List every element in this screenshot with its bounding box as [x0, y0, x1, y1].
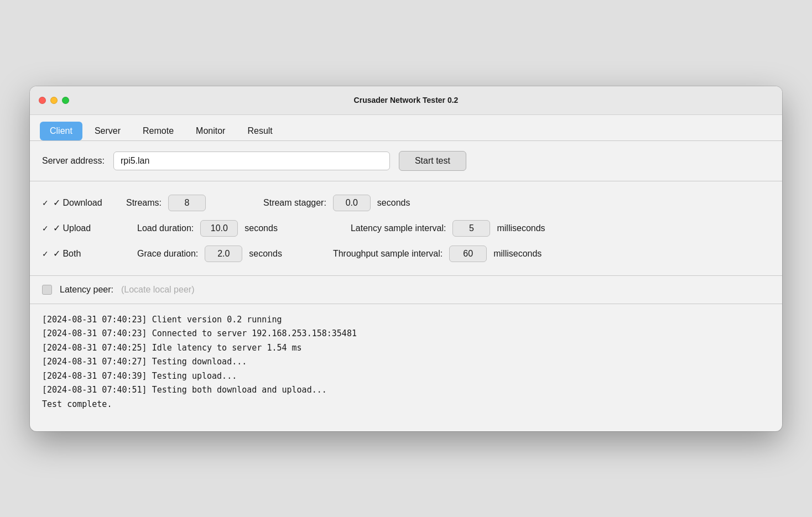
close-button[interactable]	[39, 97, 46, 104]
traffic-lights	[39, 97, 69, 104]
latency-peer-row: Latency peer: (Locate local peer)	[30, 276, 782, 304]
titlebar: Crusader Network Tester 0.2	[30, 86, 782, 115]
latency-interval-label: Latency sample interval:	[351, 223, 446, 233]
latency-peer-label: Latency peer:	[60, 285, 113, 295]
maximize-button[interactable]	[62, 97, 69, 104]
tab-bar: Client Server Remote Monitor Result	[30, 115, 782, 141]
both-checkmark: ✓	[42, 249, 49, 258]
download-label: ✓ Download	[53, 197, 102, 208]
start-test-button[interactable]: Start test	[399, 151, 466, 171]
log-line-3: [2024-08-31 07:40:27] Testing download..…	[42, 355, 770, 369]
tab-client[interactable]: Client	[40, 122, 82, 140]
settings-section: ✓ ✓ Download Streams: Stream stagger: se…	[30, 181, 782, 276]
window-title: Crusader Network Tester 0.2	[354, 96, 459, 105]
latency-interval-unit: milliseconds	[497, 223, 545, 233]
log-line-4: [2024-08-31 07:40:39] Testing upload...	[42, 369, 770, 384]
settings-row-1: ✓ ✓ Download Streams: Stream stagger: se…	[42, 190, 770, 216]
upload-checkmark: ✓	[42, 224, 49, 233]
server-address-label: Server address:	[42, 156, 105, 166]
server-address-input[interactable]	[113, 152, 390, 170]
settings-row-2: ✓ ✓ Upload Load duration: seconds Latenc…	[42, 216, 770, 241]
log-line-5: [2024-08-31 07:40:51] Testing both downl…	[42, 383, 770, 398]
server-address-row: Server address: Start test	[30, 141, 782, 181]
upload-label: ✓ Upload	[53, 223, 91, 233]
tab-monitor[interactable]: Monitor	[186, 122, 235, 140]
grace-duration-label: Grace duration:	[137, 249, 198, 259]
both-label: ✓ Both	[53, 248, 81, 259]
main-content: Client Server Remote Monitor Result Serv…	[30, 115, 782, 431]
download-checkmark: ✓	[42, 199, 49, 207]
grace-duration-unit: seconds	[249, 249, 282, 259]
throughput-interval-unit: milliseconds	[493, 249, 542, 259]
download-checkbox-label[interactable]: ✓ ✓ Download	[42, 197, 103, 208]
throughput-interval-label: Throughput sample interval:	[333, 249, 443, 259]
throughput-interval-input[interactable]	[449, 246, 487, 262]
stream-stagger-input[interactable]	[333, 195, 371, 211]
load-duration-label: Load duration:	[137, 223, 194, 233]
minimize-button[interactable]	[50, 97, 58, 104]
stream-stagger-label: Stream stagger:	[263, 198, 326, 208]
log-line-6: Test complete.	[42, 398, 770, 412]
settings-row-3: ✓ ✓ Both Grace duration: seconds Through…	[42, 241, 770, 267]
settings-left-1: ✓ ✓ Download Streams: Stream stagger: se…	[42, 190, 410, 216]
app-window: Crusader Network Tester 0.2 Client Serve…	[30, 86, 782, 431]
streams-label: Streams:	[126, 198, 162, 208]
log-line-0: [2024-08-31 07:40:23] Client version 0.2…	[42, 313, 770, 327]
grace-duration-input[interactable]	[205, 246, 242, 262]
upload-checkbox-label[interactable]: ✓ ✓ Upload	[42, 223, 114, 233]
log-section: [2024-08-31 07:40:23] Client version 0.2…	[30, 304, 782, 431]
tab-remote[interactable]: Remote	[133, 122, 184, 140]
stream-stagger-unit: seconds	[377, 198, 410, 208]
both-checkbox-label[interactable]: ✓ ✓ Both	[42, 248, 114, 259]
load-duration-unit: seconds	[244, 223, 278, 233]
tab-server[interactable]: Server	[85, 122, 131, 140]
tab-result[interactable]: Result	[237, 122, 282, 140]
log-line-2: [2024-08-31 07:40:25] Idle latency to se…	[42, 341, 770, 356]
latency-interval-input[interactable]	[452, 220, 490, 237]
latency-peer-checkbox[interactable]	[42, 285, 52, 295]
latency-peer-placeholder: (Locate local peer)	[121, 285, 195, 295]
streams-input[interactable]	[168, 195, 206, 211]
log-line-1: [2024-08-31 07:40:23] Connected to serve…	[42, 327, 770, 341]
load-duration-input[interactable]	[200, 220, 238, 237]
